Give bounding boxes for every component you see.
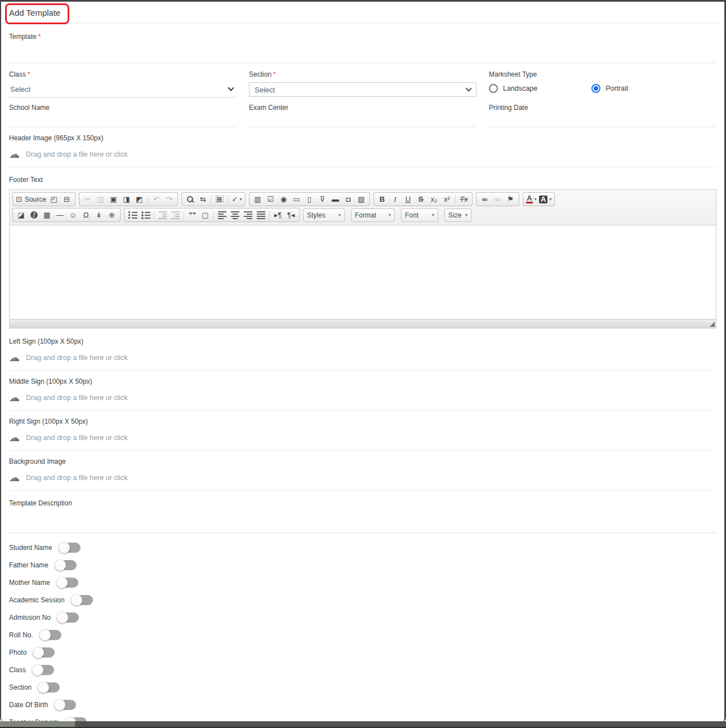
remove-format-button[interactable]: Tx (457, 194, 470, 205)
superscript-button[interactable]: x² (440, 194, 453, 205)
roll-no-toggle[interactable] (39, 629, 62, 641)
text-field-button[interactable]: ▭ (290, 194, 303, 205)
find-button[interactable] (184, 194, 197, 205)
template-label: Template (9, 33, 37, 41)
flash-button[interactable]: ƒ (28, 210, 41, 221)
admission-no-toggle[interactable] (57, 612, 79, 623)
strikethrough-button[interactable]: S (415, 194, 427, 205)
source-button[interactable]: ⊡Source (15, 194, 47, 205)
preview-button[interactable]: ◰ (47, 194, 60, 205)
smiley-button[interactable]: ☺ (66, 210, 79, 221)
form-button-button[interactable]: ▬ (329, 194, 342, 205)
cut-button: ✂ (81, 194, 94, 205)
background-image-dropzone[interactable]: ☁↑Drag and drop a file here or click (9, 473, 716, 491)
class-toggle[interactable] (32, 664, 55, 676)
remove-format-icon: Tx (460, 196, 467, 203)
numbered-list-button[interactable] (126, 210, 139, 221)
section-toggle[interactable] (38, 682, 60, 693)
image-button[interactable]: ◪ (15, 210, 28, 221)
radio-landscape[interactable]: Landscape (489, 84, 537, 93)
template-description-input[interactable] (9, 508, 716, 533)
student-name-label: Student Name (9, 544, 52, 552)
format-dropdown[interactable]: Format▾ (351, 208, 395, 222)
subscript-button[interactable]: x₂ (427, 194, 440, 205)
caret-down-icon: ▾ (389, 212, 391, 217)
special-char-button[interactable]: Ω (79, 210, 92, 221)
select-all-button[interactable] (213, 194, 226, 205)
select-field-button[interactable]: ⊽ (316, 194, 329, 205)
align-center-button[interactable] (229, 210, 242, 221)
bulleted-list-button[interactable] (139, 210, 152, 221)
bidi-rtl-button[interactable]: ¶◂ (284, 210, 297, 221)
bg-color-button[interactable]: A▾ (538, 194, 553, 205)
div-container-button[interactable]: ▢ (199, 210, 212, 221)
teacher-remark-toggle[interactable] (65, 717, 87, 722)
toolbar-separator (228, 195, 229, 204)
exam-center-input[interactable] (249, 112, 476, 127)
student-name-toggle[interactable] (59, 542, 81, 553)
spellcheck-button[interactable]: ✓▾ (230, 194, 243, 205)
anchor-button[interactable]: ⚑ (504, 194, 517, 205)
template-input[interactable] (9, 48, 716, 63)
toggle-row-roll-no: Roll No. (9, 626, 716, 643)
bidi-ltr-icon: ▸¶ (274, 211, 282, 219)
align-center-icon (231, 211, 239, 219)
radio-field-button[interactable]: ◉ (277, 194, 290, 205)
printing-date-input[interactable] (489, 112, 716, 127)
bidi-ltr-button[interactable]: ▸¶ (271, 210, 284, 221)
class-select[interactable]: Select (9, 81, 237, 97)
paste-text-button[interactable]: ◨ (120, 194, 133, 205)
size-dropdown[interactable]: Size▾ (444, 208, 471, 222)
anchor-icon: ⚑ (507, 196, 514, 203)
academic-session-label: Academic Session (9, 596, 65, 604)
table-button[interactable]: ▦ (41, 210, 54, 221)
checkbox-button[interactable]: ☑ (264, 194, 277, 205)
styles-dropdown[interactable]: Styles▾ (303, 208, 345, 222)
chevron-down-icon (228, 85, 234, 91)
header-image-dropzone[interactable]: ☁↑Drag and drop a file here or click (9, 149, 716, 167)
bold-button[interactable]: B (376, 194, 389, 205)
align-left-button[interactable] (216, 210, 229, 221)
iframe-button[interactable]: ⊕ (105, 210, 118, 221)
horizontal-rule-button[interactable]: ― (54, 210, 66, 221)
image-button-button[interactable]: ◘ (342, 194, 355, 205)
hidden-field-button[interactable]: ▨ (355, 194, 368, 205)
radio-portrait[interactable]: Portrait (591, 84, 628, 93)
middle-sign-label: Middle Sign (100px X 50px) (9, 378, 716, 385)
align-right-button[interactable] (242, 210, 255, 221)
link-button[interactable]: ∞ (478, 194, 491, 205)
form-button-icon: ▬ (332, 196, 339, 203)
right-sign-dropzone[interactable]: ☁↑Drag and drop a file here or click (9, 433, 716, 451)
editor-content[interactable] (10, 225, 716, 319)
cloud-upload-icon: ☁↑ (9, 433, 20, 443)
italic-button[interactable]: I (389, 194, 402, 205)
font-dropdown[interactable]: Font▾ (401, 208, 438, 222)
academic-session-toggle[interactable] (71, 594, 93, 606)
page-break-button[interactable]: ↡ (92, 210, 105, 221)
radio-portrait-label: Portrait (605, 85, 628, 92)
mother-name-toggle[interactable] (56, 577, 79, 588)
select-all-icon (216, 196, 224, 203)
paste-word-button[interactable]: ◩ (133, 194, 146, 205)
text-color-button[interactable]: A▾ (525, 194, 538, 205)
underline-button[interactable]: U (402, 194, 415, 205)
paste-button[interactable]: ▣ (107, 194, 120, 205)
blockquote-button[interactable]: ”” (186, 210, 199, 221)
textarea-button[interactable]: ▯ (303, 194, 316, 205)
print-button[interactable]: ⊟ (60, 194, 73, 205)
left-sign-dropzone[interactable]: ☁↑Drag and drop a file here or click (9, 353, 716, 371)
middle-sign-dropzone[interactable]: ☁↑Drag and drop a file here or click (9, 393, 716, 411)
page-header: Add Template (1, 2, 724, 24)
outdent-button (156, 210, 169, 221)
toggle-row-date-of-birth: Date Of Birth (9, 696, 716, 713)
father-name-toggle[interactable] (55, 560, 77, 571)
resize-handle-icon[interactable] (710, 322, 715, 327)
form-button[interactable]: ▥ (251, 194, 264, 205)
replace-button[interactable]: ⇆ (197, 194, 210, 205)
date-of-birth-toggle[interactable] (54, 699, 77, 711)
photo-toggle[interactable] (33, 647, 55, 658)
align-justify-button[interactable] (255, 210, 268, 221)
school-name-input[interactable] (9, 112, 237, 127)
exam-center-field: Exam Center (249, 102, 476, 127)
section-select[interactable]: Select (249, 82, 476, 97)
